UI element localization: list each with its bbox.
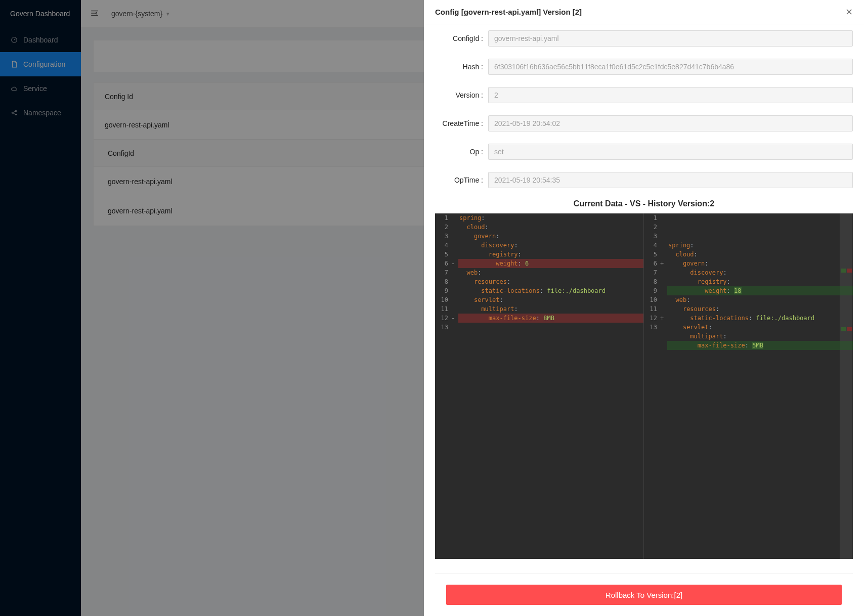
config-drawer: Config [govern-rest-api.yaml] Version [2… bbox=[424, 0, 864, 616]
diff-line bbox=[458, 323, 643, 332]
diff-line bbox=[667, 350, 853, 359]
label-opTime: OpTime bbox=[435, 176, 483, 184]
diff-right-pane: 12345678910111213 ++ spring: cloud: gove… bbox=[644, 213, 853, 559]
diff-line: weight: 18 bbox=[667, 286, 853, 295]
diff-line: spring: bbox=[458, 213, 643, 223]
input-opTime bbox=[488, 172, 853, 188]
label-configId: ConfigId bbox=[435, 34, 483, 42]
input-version bbox=[488, 87, 853, 103]
diff-line: govern: bbox=[667, 259, 853, 268]
diff-line: multipart: bbox=[667, 332, 853, 341]
label-hash: Hash bbox=[435, 63, 483, 71]
diff-line: static-locations: file:./dashboard bbox=[667, 314, 853, 323]
diff-line: max-file-size: 8MB bbox=[458, 314, 643, 323]
diff-viewer: 12345678910111213 -- spring: cloud: gove… bbox=[435, 213, 853, 559]
diff-line: weight: 6 bbox=[458, 259, 643, 268]
diff-line: resources: bbox=[458, 277, 643, 286]
diff-line: discovery: bbox=[458, 241, 643, 250]
diff-line: web: bbox=[667, 295, 853, 304]
label-createTime: CreateTime bbox=[435, 119, 483, 127]
diff-line: servlet: bbox=[667, 323, 853, 332]
diff-line: max-file-size: 5MB bbox=[667, 341, 853, 350]
diff-line: registry: bbox=[667, 277, 853, 286]
label-op: Op bbox=[435, 148, 483, 156]
diff-line: multipart: bbox=[458, 304, 643, 314]
diff-line: resources: bbox=[667, 304, 853, 314]
diff-line: static-locations: file:./dashboard bbox=[458, 286, 643, 295]
input-hash bbox=[488, 59, 853, 75]
label-version: Version bbox=[435, 91, 483, 99]
diff-line: govern: bbox=[458, 232, 643, 241]
input-createTime bbox=[488, 115, 853, 131]
diff-line: discovery: bbox=[667, 268, 853, 277]
diff-title: Current Data - VS - History Version:2 bbox=[435, 194, 853, 213]
diff-line: cloud: bbox=[667, 250, 853, 259]
rollback-button[interactable]: Rollback To Version:[2] bbox=[446, 585, 842, 605]
drawer-title: Config [govern-rest-api.yaml] Version [2… bbox=[435, 8, 582, 16]
input-op bbox=[488, 144, 853, 160]
diff-left-pane: 12345678910111213 -- spring: cloud: gove… bbox=[435, 213, 644, 559]
diff-line: servlet: bbox=[458, 295, 643, 304]
close-icon[interactable]: ✕ bbox=[845, 8, 853, 17]
diff-line: registry: bbox=[458, 250, 643, 259]
diff-line: web: bbox=[458, 268, 643, 277]
diff-line: spring: bbox=[667, 241, 853, 250]
input-configId bbox=[488, 30, 853, 47]
diff-line: cloud: bbox=[458, 223, 643, 232]
